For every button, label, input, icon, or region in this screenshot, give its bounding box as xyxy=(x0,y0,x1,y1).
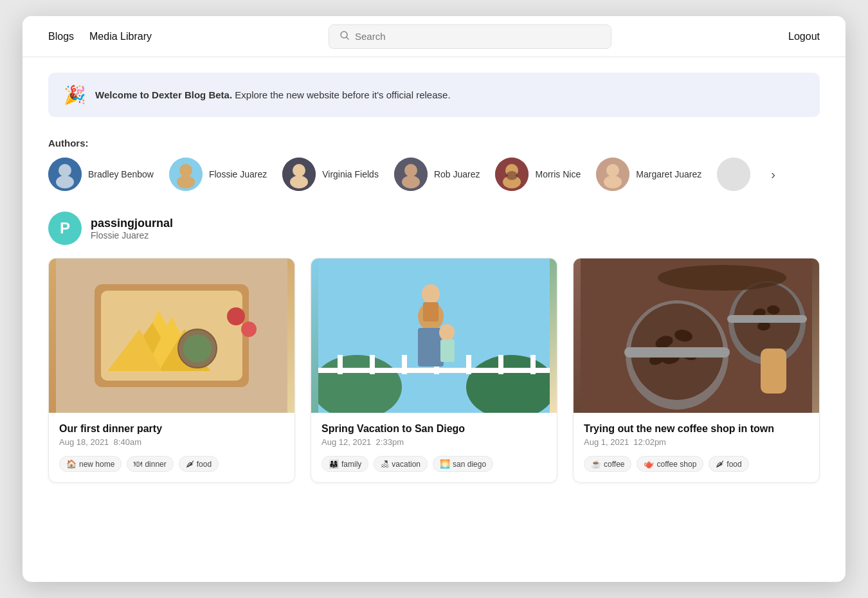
tag-label-vacation: vacation xyxy=(392,460,420,469)
tag-emoji-family: 👨‍👩‍👧 xyxy=(329,459,339,469)
banner-text: Welcome to Dexter Blog Beta. Explore the… xyxy=(95,89,451,100)
card-date-vacation: Aug 12, 2021 2:33pm xyxy=(321,437,547,447)
author-item-rob[interactable]: Rob Juarez xyxy=(394,158,480,191)
author-avatar-rob xyxy=(394,158,428,191)
svg-rect-50 xyxy=(440,340,455,362)
authors-row: Bradley Benbow Flossie Juarez xyxy=(48,158,820,191)
svg-point-9 xyxy=(293,164,305,177)
svg-rect-43 xyxy=(498,355,503,374)
svg-rect-38 xyxy=(338,355,343,374)
card-date-coffee: Aug 1, 2021 12:02pm xyxy=(584,437,809,447)
svg-point-17 xyxy=(506,171,518,180)
tag-label-coffee-shop: coffee shop xyxy=(656,460,696,469)
svg-point-19 xyxy=(606,164,619,177)
card-body-dinner: Our first dinner party Aug 18, 2021 8:40… xyxy=(49,413,294,482)
svg-rect-67 xyxy=(761,349,786,394)
author-item-morris[interactable]: Morris Nice xyxy=(495,158,581,191)
svg-rect-40 xyxy=(402,355,407,374)
author-item-flossie[interactable]: Flossie Juarez xyxy=(169,158,267,191)
card-title-dinner: Our first dinner party xyxy=(59,423,284,435)
svg-point-47 xyxy=(422,284,440,304)
nav-search-area xyxy=(152,24,788,49)
tag-emoji-dinner: 🍽 xyxy=(134,459,142,469)
tag-food-1[interactable]: 🌶 food xyxy=(179,456,219,472)
author-name-virginia: Virginia Fields xyxy=(322,169,379,179)
author-avatar-bradley xyxy=(48,158,82,191)
card-tags-dinner: 🏠 new home 🍽 dinner 🌶 food xyxy=(59,456,284,472)
tag-emoji-vacation: 🏖 xyxy=(381,459,389,469)
tag-label-new-home: new home xyxy=(79,460,114,469)
blog-logo-letter: P xyxy=(60,219,70,237)
author-avatar-flossie xyxy=(169,158,203,191)
svg-rect-65 xyxy=(727,315,807,323)
authors-next-chevron[interactable]: › xyxy=(771,167,775,182)
tag-emoji-coffee: ☕ xyxy=(591,459,601,469)
family-illustration xyxy=(318,258,550,413)
card-dinner-party[interactable]: Our first dinner party Aug 18, 2021 8:40… xyxy=(48,258,295,483)
tag-emoji-san-diego: 🌅 xyxy=(440,459,450,469)
blog-section: P passingjournal Flossie Juarez xyxy=(48,212,820,483)
authors-section: Authors: Bradley Benbow xyxy=(48,138,820,191)
flossie-avatar-img xyxy=(169,158,203,191)
svg-point-20 xyxy=(604,176,622,188)
tag-vacation[interactable]: 🏖 vacation xyxy=(374,456,428,472)
blog-meta: passingjournal Flossie Juarez xyxy=(91,217,173,240)
rob-avatar-img xyxy=(394,158,428,191)
author-avatar-margaret xyxy=(596,158,629,191)
announcement-banner: 🎉 Welcome to Dexter Blog Beta. Explore t… xyxy=(48,73,820,117)
svg-rect-59 xyxy=(624,347,730,358)
svg-line-1 xyxy=(347,37,349,39)
authors-label: Authors: xyxy=(48,138,820,149)
blog-author: Flossie Juarez xyxy=(91,230,173,240)
banner-bold-text: Welcome to Dexter Blog Beta. xyxy=(95,89,232,100)
search-input[interactable] xyxy=(355,31,601,42)
tag-label-dinner: dinner xyxy=(145,460,166,469)
card-img-family xyxy=(311,258,557,413)
author-name-margaret: Margaret Juarez xyxy=(636,169,701,179)
tag-family[interactable]: 👨‍👩‍👧 family xyxy=(321,456,368,472)
tag-label-family: family xyxy=(341,460,361,469)
nav-media-library[interactable]: Media Library xyxy=(89,31,152,42)
svg-rect-39 xyxy=(370,355,375,374)
cards-grid: Our first dinner party Aug 18, 2021 8:40… xyxy=(48,258,820,483)
blog-logo: P xyxy=(48,212,82,245)
card-coffee-shop[interactable]: Trying out the new coffee shop in town A… xyxy=(573,258,820,483)
banner-icon: 🎉 xyxy=(64,84,86,105)
svg-rect-42 xyxy=(466,355,471,374)
card-date-dinner: Aug 18, 2021 8:40am xyxy=(59,437,284,447)
logout-button[interactable]: Logout xyxy=(788,31,820,42)
tag-san-diego[interactable]: 🌅 san diego xyxy=(433,456,493,472)
tag-food-2[interactable]: 🌶 food xyxy=(709,456,748,472)
card-body-vacation: Spring Vacation to San Diego Aug 12, 202… xyxy=(311,413,557,482)
author-name-bradley: Bradley Benbow xyxy=(88,169,154,179)
card-title-vacation: Spring Vacation to San Diego xyxy=(321,423,547,435)
svg-point-4 xyxy=(56,176,74,188)
author-item-virginia[interactable]: Virginia Fields xyxy=(282,158,379,191)
svg-point-32 xyxy=(227,307,245,325)
tag-coffee[interactable]: ☕ coffee xyxy=(584,456,631,472)
search-box xyxy=(329,24,611,49)
card-spring-vacation[interactable]: Spring Vacation to San Diego Aug 12, 202… xyxy=(311,258,557,483)
banner-description: Explore the new website before it's offi… xyxy=(235,89,450,100)
nav-blogs[interactable]: Blogs xyxy=(48,31,74,42)
card-img-coffee xyxy=(574,258,819,413)
tag-new-home[interactable]: 🏠 new home xyxy=(59,456,122,472)
svg-point-3 xyxy=(59,164,71,177)
tag-emoji-food-2: 🌶 xyxy=(716,459,724,469)
unknown-avatar-img xyxy=(717,158,750,191)
author-avatar-unknown xyxy=(717,158,750,191)
tag-label-food-1: food xyxy=(197,460,212,469)
tag-label-coffee: coffee xyxy=(604,460,624,469)
tag-coffee-shop[interactable]: 🫖 coffee shop xyxy=(637,456,703,472)
coffee-illustration xyxy=(581,258,812,413)
author-name-morris: Morris Nice xyxy=(535,169,581,179)
svg-point-21 xyxy=(717,158,750,191)
tag-emoji-coffee-shop: 🫖 xyxy=(644,459,654,469)
author-item-margaret[interactable]: Margaret Juarez xyxy=(596,158,701,191)
svg-rect-44 xyxy=(530,355,536,374)
author-item-bradley[interactable]: Bradley Benbow xyxy=(48,158,154,191)
author-name-flossie: Flossie Juarez xyxy=(209,169,267,179)
svg-point-66 xyxy=(658,265,786,291)
svg-rect-48 xyxy=(423,302,439,322)
tag-dinner[interactable]: 🍽 dinner xyxy=(127,456,173,472)
